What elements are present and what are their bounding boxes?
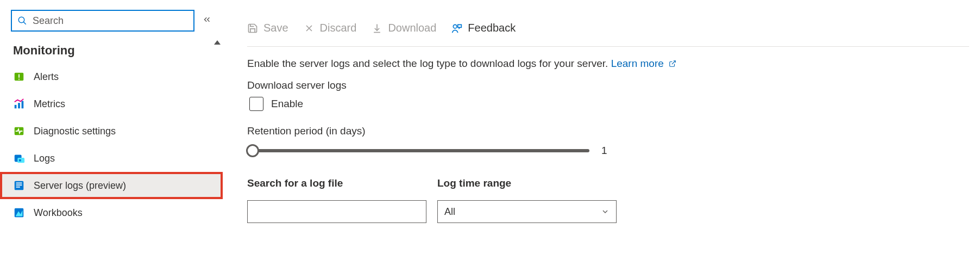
sidebar-section-title: Monitoring (0, 39, 223, 63)
sidebar-item-label: Metrics (34, 98, 65, 110)
svg-line-1 (23, 22, 26, 24)
feedback-button[interactable]: Feedback (451, 22, 516, 34)
search-log-label: Search for a log file (247, 177, 426, 189)
search-log-input[interactable] (247, 200, 426, 223)
sidebar-item-diagnostic-settings[interactable]: Diagnostic settings (0, 118, 223, 145)
main-content: Save Discard Download Feedback Enable th… (247, 22, 969, 223)
external-link-icon (666, 58, 676, 69)
svg-rect-15 (16, 187, 20, 188)
save-icon (247, 23, 258, 34)
chevron-double-left-icon (202, 15, 212, 24)
svg-rect-4 (18, 79, 20, 80)
collapse-sidebar-button[interactable] (202, 15, 212, 27)
svg-rect-14 (16, 184, 22, 186)
sidebar-item-logs[interactable]: Logs (0, 145, 223, 172)
retention-label: Retention period (in days) (247, 125, 969, 137)
sidebar: Monitoring Alerts Metrics Diagnostic set… (0, 0, 223, 278)
svg-rect-11 (19, 159, 21, 162)
select-value: All (444, 206, 455, 218)
metrics-icon (13, 98, 25, 110)
save-button[interactable]: Save (247, 22, 288, 34)
sidebar-item-workbooks[interactable]: Workbooks (0, 199, 223, 226)
sidebar-item-label: Alerts (34, 71, 59, 83)
toolbar: Save Discard Download Feedback (247, 22, 969, 47)
svg-rect-6 (18, 103, 20, 108)
sidebar-item-label: Diagnostic settings (34, 126, 116, 137)
svg-line-22 (672, 61, 675, 64)
toolbar-label: Save (263, 22, 288, 34)
toolbar-label: Discard (320, 22, 357, 34)
log-time-range-select[interactable]: All (437, 200, 617, 223)
sidebar-item-label: Server logs (preview) (34, 180, 126, 191)
retention-slider[interactable] (247, 144, 589, 158)
server-logs-icon (13, 180, 25, 191)
download-button[interactable]: Download (372, 22, 436, 34)
enable-label: Enable (271, 98, 303, 110)
chevron-down-icon (601, 207, 610, 216)
svg-rect-7 (22, 101, 24, 109)
workbooks-icon (13, 207, 25, 219)
scroll-up-indicator[interactable] (214, 40, 221, 45)
sidebar-item-label: Logs (34, 153, 55, 164)
search-icon (17, 16, 27, 26)
sidebar-search-input[interactable] (33, 15, 188, 27)
svg-rect-5 (15, 105, 17, 108)
discard-button[interactable]: Discard (304, 22, 357, 34)
feedback-icon (451, 23, 462, 34)
download-server-logs-label: Download server logs (247, 79, 969, 91)
svg-point-0 (18, 17, 24, 23)
download-icon (372, 23, 382, 34)
svg-point-21 (454, 24, 457, 28)
discard-icon (304, 23, 315, 34)
retention-value: 1 (601, 145, 607, 157)
sidebar-item-server-logs[interactable]: Server logs (preview) (0, 172, 223, 199)
slider-track (247, 149, 589, 152)
svg-rect-3 (18, 74, 20, 77)
logs-icon (13, 152, 25, 164)
sidebar-item-label: Workbooks (34, 207, 83, 219)
toolbar-label: Feedback (468, 22, 516, 34)
slider-thumb[interactable] (246, 144, 259, 157)
enable-checkbox[interactable] (249, 97, 263, 111)
log-time-range-label: Log time range (437, 177, 617, 189)
sidebar-item-alerts[interactable]: Alerts (0, 63, 223, 90)
svg-rect-10 (17, 158, 24, 163)
sidebar-search-box[interactable] (11, 10, 194, 32)
sidebar-item-metrics[interactable]: Metrics (0, 90, 223, 118)
alerts-icon (13, 71, 25, 83)
svg-rect-13 (16, 183, 22, 184)
page-description: Enable the server logs and select the lo… (247, 47, 969, 79)
diagnostics-icon (13, 125, 25, 137)
toolbar-label: Download (388, 22, 436, 34)
learn-more-link[interactable]: Learn more (611, 58, 676, 69)
